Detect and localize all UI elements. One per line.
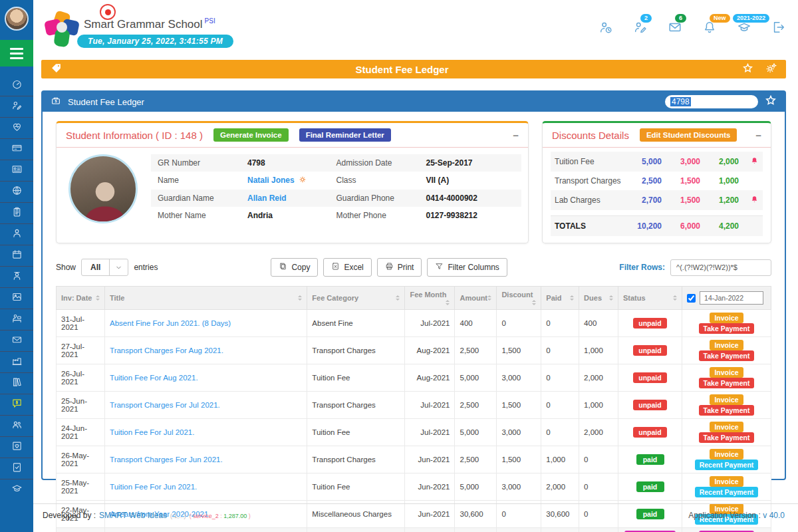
fee-title-link[interactable]: Absent Fine For Jun 2021. (8 Days) [110,319,231,327]
date-filter-checkbox[interactable] [687,294,696,303]
invoice-button[interactable]: Invoice [710,340,743,350]
field-value[interactable]: Natali Jones [247,176,336,186]
invoice-button[interactable]: Invoice [710,449,743,460]
edit-discounts-button[interactable]: Edit Student Discounts [640,128,737,142]
developer-link[interactable]: SMART Web Ideas [99,511,167,520]
sidebar-item-fee-ledger[interactable] [0,394,33,415]
page-title: Student Fee Ledger [62,64,742,75]
messages-icon[interactable]: 6 [668,20,682,37]
fee-title-link[interactable]: Tuition Fee For Jun 2021. [110,483,197,491]
column-header-discount[interactable]: Discount [497,287,541,310]
user-clock-icon[interactable] [598,20,613,37]
column-header-fee-month[interactable]: Fee Month [405,287,455,310]
favorite-star-icon[interactable] [742,63,753,76]
gr-search-input[interactable]: 4798 [665,95,758,108]
invoice-button[interactable]: Invoice [710,367,743,378]
status-badge[interactable]: paid [636,481,664,492]
developed-by-label: Developed by : [43,511,96,520]
status-badge[interactable]: unpaid [633,427,666,438]
page-size-select[interactable]: All [81,259,128,276]
status-badge[interactable]: paid [636,454,664,465]
fee-title-link[interactable]: Transport Charges For Aug 2021. [110,346,223,354]
panel-star-icon[interactable] [765,94,777,109]
photo-icon [11,291,23,305]
reminder-bell-icon [739,156,759,167]
sidebar-item-parents[interactable] [0,415,33,436]
status-badge[interactable]: unpaid [633,372,666,383]
status-badge[interactable]: unpaid [633,400,666,410]
fee-title-link[interactable]: Tuition Fee For Aug 2021. [110,374,198,382]
sidebar-item-academics[interactable] [0,479,33,500]
session-badge: 2021-2022 [733,14,769,23]
user-avatar[interactable] [5,7,29,31]
date-filter-input[interactable] [700,291,763,305]
cell-dues: 400 [579,310,618,337]
cell-paid: 1,000 [541,446,579,473]
sidebar-item-students[interactable] [0,223,33,245]
tag-icon[interactable] [51,63,62,76]
invoice-button[interactable]: Invoice [710,394,743,405]
excel-button[interactable]: Excel [323,258,371,277]
fee-title-link[interactable]: Transport Charges For Jun 2021. [110,456,223,464]
menu-toggle-button[interactable] [0,40,33,66]
cell-inv-date: 27-Jul-2021 [57,337,105,364]
recent-payment-button[interactable]: Recent Payment [695,487,759,497]
column-header-amount[interactable]: Amount [455,287,497,310]
sidebar-item-tasks[interactable] [0,458,33,479]
fee-title-link[interactable]: Tuition Fee For Jul 2021. [110,428,194,436]
export-buttons: CopyExcelPrintFilter Columns [271,258,507,277]
sidebar-item-library[interactable] [0,372,33,394]
sidebar-item-campus[interactable] [0,351,33,372]
messages-badge: 6 [675,14,686,23]
invoice-button[interactable]: Invoice [710,476,743,487]
column-header-title[interactable]: Title [105,287,307,310]
take-payment-button[interactable]: Take Payment [699,378,755,388]
sidebar-item-health-card[interactable] [0,436,33,458]
filter-columns-button[interactable]: Filter Columns [427,258,507,277]
invoice-button[interactable]: Invoice [710,422,743,432]
generate-invoice-button[interactable]: Generate Invoice [213,128,289,142]
take-payment-button[interactable]: Take Payment [699,350,755,361]
cell-fee-category: Tuition Fee [307,419,405,446]
collapse-discounts-card-icon[interactable]: − [755,130,761,140]
print-button[interactable]: Print [377,258,422,277]
copy-button[interactable]: Copy [271,258,318,277]
print-icon [385,262,394,273]
field-label: Mother Name [158,211,247,220]
academic-session-icon[interactable]: 2021-2022 [737,20,751,37]
invoice-button[interactable]: Invoice [710,313,743,323]
logout-icon[interactable] [771,20,786,37]
sort-icon [446,300,450,305]
column-header-paid[interactable]: Paid [541,287,579,310]
field-value[interactable]: Allan Reid [247,194,336,203]
sidebar-item-admissions[interactable] [0,96,33,117]
sidebar-item-attendance[interactable] [0,245,33,266]
sidebar-item-gallery[interactable] [0,287,33,309]
column-header-inv-date[interactable]: Inv: Date [57,287,105,310]
status-badge[interactable]: unpaid [633,345,666,356]
notifications-bell-icon[interactable]: New [702,20,717,37]
column-header-dues[interactable]: Dues [579,287,618,310]
sidebar-item-health[interactable] [0,117,33,138]
collapse-student-card-icon[interactable]: − [513,130,519,140]
sidebar-item-web-portal[interactable] [0,181,33,202]
column-header-status[interactable]: Status [618,287,682,310]
sidebar-item-id-cards[interactable] [0,160,33,181]
sidebar-item-fee-card[interactable] [0,138,33,160]
sidebar-item-classes[interactable] [0,309,33,330]
sidebar-item-staff[interactable] [0,266,33,287]
fee-title-link[interactable]: Transport Charges For Jul 2021. [110,401,220,409]
status-badge[interactable]: unpaid [633,318,666,329]
recent-payment-button[interactable]: Recent Payment [695,460,759,470]
filter-rows-input[interactable] [670,259,771,276]
final-reminder-button[interactable]: Final Reminder Letter [299,128,391,142]
take-payment-button[interactable]: Take Payment [699,432,755,443]
sidebar-item-dashboard[interactable] [0,74,33,96]
column-header-fee-category[interactable]: Fee Category [307,287,405,310]
take-payment-button[interactable]: Take Payment [699,405,755,416]
sidebar-item-reports[interactable] [0,202,33,223]
take-payment-button[interactable]: Take Payment [699,323,755,334]
sidebar-item-payroll[interactable] [0,330,33,351]
user-edit-icon[interactable]: 2 [633,20,648,37]
settings-gears-icon[interactable] [765,63,777,76]
